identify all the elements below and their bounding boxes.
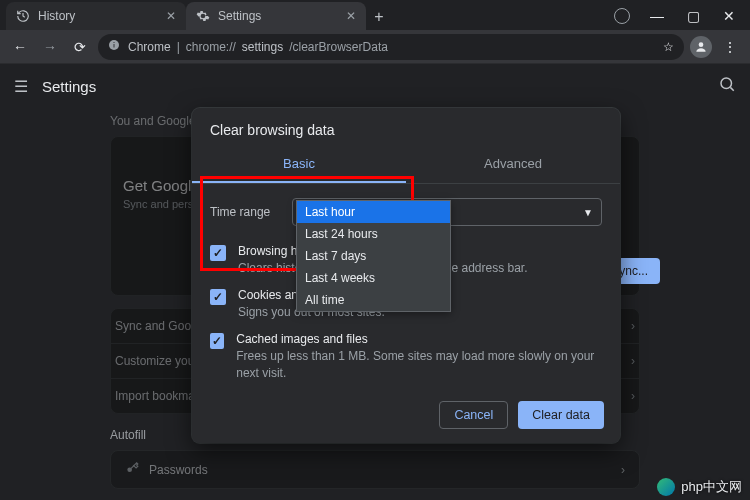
dialog-title: Clear browsing data	[192, 108, 620, 146]
time-option-last-4-weeks[interactable]: Last 4 weeks	[297, 267, 450, 289]
forward-button[interactable]: →	[38, 35, 62, 59]
browser-toolbar: ← → ⟳ Chrome | chrome://settings/clearBr…	[0, 30, 750, 64]
settings-header: ☰ Settings	[0, 64, 750, 108]
checkbox-subtitle: Frees up less than 1 MB. Some sites may …	[236, 348, 602, 380]
clear-data-button[interactable]: Clear data	[518, 401, 604, 429]
checkbox-title: Cached images and files	[236, 332, 602, 346]
kebab-menu-icon[interactable]: ⋮	[718, 35, 742, 59]
chevron-right-icon: ›	[631, 319, 635, 333]
watermark: php中文网	[657, 478, 742, 496]
chevron-right-icon: ›	[621, 463, 625, 477]
close-icon[interactable]: ✕	[346, 9, 356, 23]
site-info-icon[interactable]	[108, 39, 122, 54]
profile-avatar[interactable]	[690, 36, 712, 58]
tab-label: History	[38, 9, 75, 23]
tab-label: Settings	[218, 9, 261, 23]
tab-basic[interactable]: Basic	[192, 146, 406, 183]
chevron-down-icon: ▼	[583, 207, 593, 218]
time-option-all-time[interactable]: All time	[297, 289, 450, 311]
cancel-button[interactable]: Cancel	[439, 401, 508, 429]
checkbox-checked-icon[interactable]: ✓	[210, 333, 224, 349]
reload-button[interactable]: ⟳	[68, 35, 92, 59]
time-range-dropdown[interactable]: Last hour Last 24 hours Last 7 days Last…	[296, 200, 451, 312]
url-separator: |	[177, 40, 180, 54]
gear-icon	[196, 9, 210, 23]
tab-settings[interactable]: Settings ✕	[186, 2, 366, 30]
back-button[interactable]: ←	[8, 35, 32, 59]
watermark-text: php中文网	[681, 478, 742, 496]
minimize-button[interactable]: —	[640, 4, 674, 28]
key-icon	[125, 461, 139, 478]
history-icon	[16, 9, 30, 23]
tab-history[interactable]: History ✕	[6, 2, 186, 30]
svg-rect-2	[114, 42, 115, 43]
new-tab-button[interactable]: +	[366, 4, 392, 30]
svg-rect-1	[114, 44, 115, 48]
url-path: settings	[242, 40, 283, 54]
chevron-right-icon: ›	[631, 354, 635, 368]
page-title: Settings	[42, 78, 96, 95]
time-option-last-24-hours[interactable]: Last 24 hours	[297, 223, 450, 245]
bookmark-star-icon[interactable]: ☆	[663, 40, 674, 54]
svg-point-3	[699, 42, 704, 47]
tab-advanced[interactable]: Advanced	[406, 146, 620, 183]
hamburger-icon[interactable]: ☰	[14, 77, 28, 96]
checkbox-row-cache[interactable]: ✓ Cached images and files Frees up less …	[210, 326, 602, 386]
time-option-last-hour[interactable]: Last hour	[297, 201, 450, 223]
row-passwords[interactable]: Passwords ›	[110, 450, 640, 489]
url-scheme: chrome://	[186, 40, 236, 54]
close-button[interactable]: ✕	[712, 4, 746, 28]
url-path-rest: /clearBrowserData	[289, 40, 388, 54]
row-label: Passwords	[149, 463, 208, 477]
omnibox[interactable]: Chrome | chrome://settings/clearBrowserD…	[98, 34, 684, 60]
close-icon[interactable]: ✕	[166, 9, 176, 23]
time-range-label: Time range	[210, 205, 280, 219]
svg-point-4	[721, 78, 732, 89]
checkbox-checked-icon[interactable]: ✓	[210, 245, 226, 261]
chevron-right-icon: ›	[631, 389, 635, 403]
watermark-logo-icon	[657, 478, 675, 496]
url-origin: Chrome	[128, 40, 171, 54]
time-option-last-7-days[interactable]: Last 7 days	[297, 245, 450, 267]
search-icon[interactable]	[718, 75, 736, 97]
svg-line-5	[730, 87, 733, 90]
checkbox-checked-icon[interactable]: ✓	[210, 289, 226, 305]
extension-indicator	[614, 8, 630, 24]
maximize-button[interactable]: ▢	[676, 4, 710, 28]
